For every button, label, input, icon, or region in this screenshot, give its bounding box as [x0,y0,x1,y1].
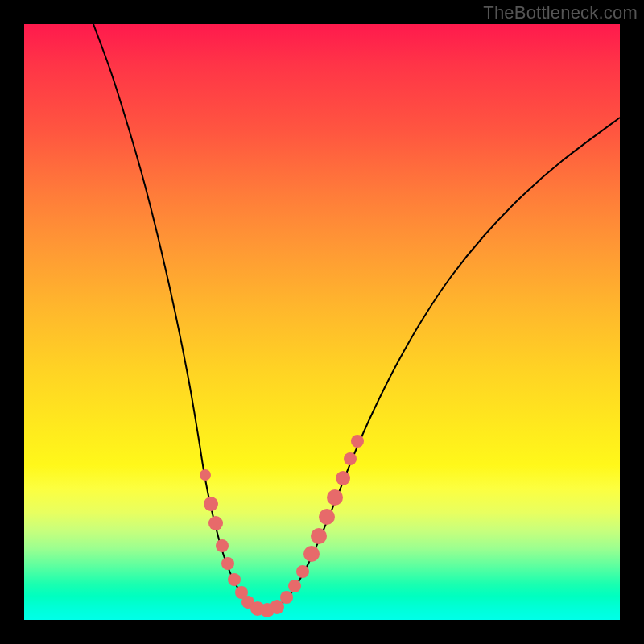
curve-left-branch [93,24,266,612]
data-marker [303,546,320,562]
data-marker [216,539,229,552]
data-marker [204,497,218,511]
data-marker [288,580,301,592]
data-marker [280,591,293,604]
data-marker [327,489,343,506]
chart-frame: TheBottleneck.com [0,0,644,644]
plot-area [24,24,620,620]
data-marker [319,509,335,525]
data-marker [270,600,284,614]
data-marker [344,452,357,465]
data-marker [228,573,241,586]
watermark-text: TheBottleneck.com [483,2,638,23]
data-marker [221,557,234,570]
data-marker [351,435,364,448]
data-marker [336,471,350,485]
marker-group [200,435,364,617]
curve-layer [24,24,620,620]
data-marker [208,516,223,530]
data-marker [296,565,309,578]
data-marker [311,528,327,544]
data-marker [200,469,211,481]
